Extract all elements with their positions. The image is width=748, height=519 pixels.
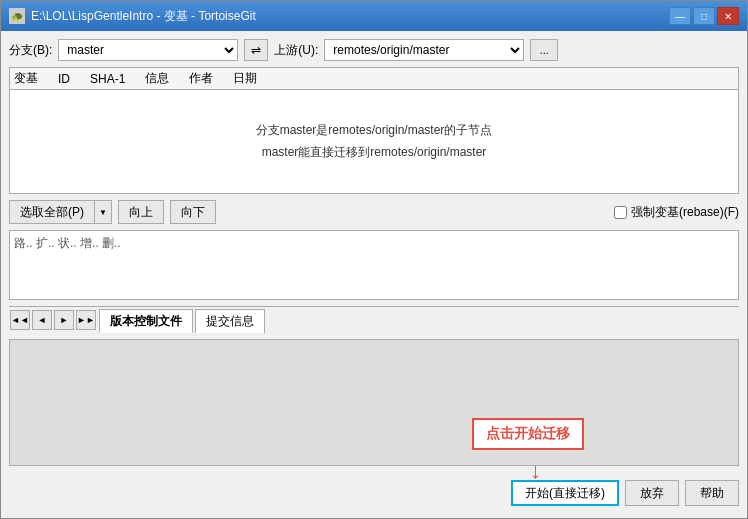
- content-area: 分支(B): master ⇌ 上游(U): remotes/origin/ma…: [1, 31, 747, 518]
- info-line1: 分支master是remotes/origin/master的子节点: [256, 120, 493, 142]
- title-bar: 🐢 E:\LOL\LispGentleIntro - 变基 - Tortoise…: [1, 1, 747, 31]
- button-row: 点击开始迁移 ↓ 开始(直接迁移) 放弃 帮助: [9, 476, 739, 510]
- progress-bar: [9, 339, 739, 466]
- col-sha1: SHA-1: [90, 72, 125, 86]
- minimize-button[interactable]: —: [669, 7, 691, 25]
- toolbar-row: 选取全部(P) ▼ 向上 向下 强制变基(rebase)(F): [9, 200, 739, 224]
- nav-next-button[interactable]: ►: [54, 310, 74, 330]
- info-line2: master能直接迁移到remotes/origin/master: [256, 142, 493, 164]
- help-button[interactable]: 帮助: [685, 480, 739, 506]
- tab-commit-info[interactable]: 提交信息: [195, 309, 265, 333]
- select-all-wrapper: 选取全部(P) ▼: [9, 200, 112, 224]
- branch-select-wrapper: master: [58, 39, 238, 61]
- upstream-select-wrapper: remotes/origin/master: [324, 39, 524, 61]
- upstream-label: 上游(U):: [274, 42, 318, 59]
- main-table: 变基 ID SHA-1 信息 作者 日期 分支master是remotes/or…: [9, 67, 739, 194]
- file-area[interactable]: 路.. 扩.. 状.. 增.. 删..: [9, 230, 739, 300]
- down-button[interactable]: 向下: [170, 200, 216, 224]
- select-all-button[interactable]: 选取全部(P): [9, 200, 94, 224]
- title-bar-controls: — □ ✕: [669, 7, 739, 25]
- maximize-button[interactable]: □: [693, 7, 715, 25]
- branch-row: 分支(B): master ⇌ 上游(U): remotes/origin/ma…: [9, 39, 739, 61]
- tabs-row: ◄◄ ◄ ► ►► 版本控制文件 提交信息: [9, 306, 739, 333]
- force-rebase-wrapper: 强制变基(rebase)(F): [614, 204, 739, 221]
- force-rebase-label: 强制变基(rebase)(F): [631, 204, 739, 221]
- col-author: 作者: [189, 70, 213, 87]
- upstream-more-button[interactable]: ...: [530, 39, 558, 61]
- col-info: 信息: [145, 70, 169, 87]
- main-window: 🐢 E:\LOL\LispGentleIntro - 变基 - Tortoise…: [0, 0, 748, 519]
- nav-prev-button[interactable]: ◄: [32, 310, 52, 330]
- title-bar-left: 🐢 E:\LOL\LispGentleIntro - 变基 - Tortoise…: [9, 8, 256, 25]
- col-id: ID: [58, 72, 70, 86]
- window-title: E:\LOL\LispGentleIntro - 变基 - TortoiseGi…: [31, 8, 256, 25]
- tooltip-box: 点击开始迁移: [472, 418, 584, 450]
- nav-first-button[interactable]: ◄◄: [10, 310, 30, 330]
- close-button[interactable]: ✕: [717, 7, 739, 25]
- table-body: 分支master是remotes/origin/master的子节点 maste…: [10, 90, 738, 193]
- swap-button[interactable]: ⇌: [244, 39, 268, 61]
- up-button[interactable]: 向上: [118, 200, 164, 224]
- col-rebase: 变基: [14, 70, 38, 87]
- branch-label: 分支(B):: [9, 42, 52, 59]
- tooltip-arrow: ↓: [530, 458, 541, 484]
- force-rebase-checkbox[interactable]: [614, 206, 627, 219]
- col-date: 日期: [233, 70, 257, 87]
- abandon-button[interactable]: 放弃: [625, 480, 679, 506]
- start-button[interactable]: 开始(直接迁移): [511, 480, 619, 506]
- tab-version-control[interactable]: 版本控制文件: [99, 309, 193, 333]
- select-all-dropdown[interactable]: ▼: [94, 200, 112, 224]
- upstream-select[interactable]: remotes/origin/master: [324, 39, 524, 61]
- branch-select[interactable]: master: [58, 39, 238, 61]
- file-area-header: 路.. 扩.. 状.. 增.. 删..: [14, 235, 734, 252]
- info-text: 分支master是remotes/origin/master的子节点 maste…: [256, 120, 493, 163]
- table-header: 变基 ID SHA-1 信息 作者 日期: [10, 68, 738, 90]
- app-icon: 🐢: [9, 8, 25, 24]
- nav-last-button[interactable]: ►►: [76, 310, 96, 330]
